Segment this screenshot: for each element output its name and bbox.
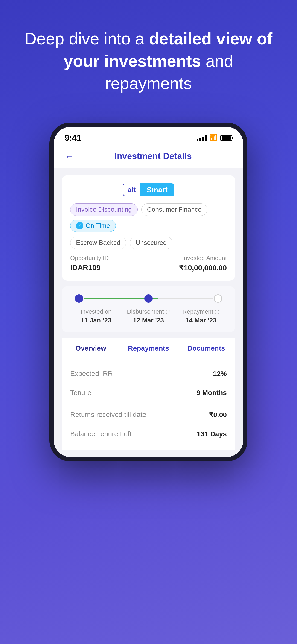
tags-row-1: Invoice Discounting Consumer Finance ✓ O… (70, 204, 227, 232)
dot-repayment (214, 294, 222, 303)
headline: Deep dive into a detailed view of your i… (0, 28, 297, 95)
disbursement-label-text: Disbursement (127, 308, 164, 315)
expected-irr-value: 12% (213, 370, 227, 378)
brand-smart: Smart (140, 183, 174, 196)
tab-documents-label: Documents (188, 344, 225, 352)
tab-overview-label: Overview (76, 344, 106, 352)
returns-value: ₹0.00 (209, 411, 227, 419)
brand-logo: alt Smart (70, 183, 227, 196)
tab-repayments-label: Repayments (128, 344, 169, 352)
tl-repayment: Repayment ⓘ 14 Mar '23 (175, 308, 227, 324)
tl-repayment-title: Repayment ⓘ (175, 308, 227, 315)
tl-disbursement-date: 12 Mar '23 (123, 317, 174, 324)
battery-fill (222, 136, 231, 140)
on-time-label: On Time (86, 222, 110, 230)
repayment-label-text: Repayment (182, 308, 213, 315)
time-display: 9:41 (65, 133, 81, 143)
status-bar: 9:41 📶 (54, 127, 243, 146)
tag-unsecured: Unsecured (130, 236, 172, 249)
tl-invested: Invested on 11 Jan '23 (70, 308, 122, 324)
nav-bar: ← Investment Details (54, 146, 243, 168)
row-expected-irr: Expected IRR 12% (70, 364, 227, 383)
investment-info: Opportunity ID IDAR109 Invested Amount ₹… (70, 254, 227, 272)
repayment-info-icon: ⓘ (215, 310, 220, 315)
tag-consumer-finance: Consumer Finance (141, 204, 208, 216)
row-tenure: Tenure 9 Months (70, 383, 227, 402)
tag-invoice-discounting: Invoice Discounting (70, 204, 138, 216)
tenure-label: Tenure (70, 389, 92, 397)
timeline-card: Invested on 11 Jan '23 Disbursement ⓘ 12… (62, 286, 235, 332)
bar3 (202, 136, 204, 141)
invested-amount-block: Invested Amount ₹10,00,000.00 (179, 254, 227, 272)
tl-invested-date: 11 Jan '23 (70, 317, 122, 324)
status-icons: 📶 (196, 134, 232, 142)
bar1 (196, 139, 198, 141)
balance-value: 131 Days (197, 430, 227, 438)
opportunity-id-label: Opportunity ID (70, 254, 109, 262)
tl-disbursement-title: Disbursement ⓘ (123, 308, 174, 315)
timeline-labels: Invested on 11 Jan '23 Disbursement ⓘ 12… (70, 308, 227, 324)
tags-row-2: Escrow Backed Unsecured (70, 236, 227, 249)
row-balance: Balance Tenure Left 131 Days (70, 424, 227, 444)
opportunity-id-value: IDAR109 (70, 264, 100, 272)
tabs-row: Overview Repayments Documents (62, 338, 235, 357)
phone-wrapper: 9:41 📶 ← Investment Details (50, 122, 248, 461)
opportunity-id-block: Opportunity ID IDAR109 (70, 254, 109, 272)
signal-icon (196, 135, 207, 141)
back-button[interactable]: ← (65, 151, 74, 162)
bar2 (200, 138, 201, 141)
expected-irr-label: Expected IRR (70, 370, 113, 378)
overview-content: Expected IRR 12% Tenure 9 Months Returns… (62, 357, 235, 450)
dot-disbursement (144, 294, 153, 303)
tl-invested-title: Invested on (70, 308, 122, 315)
bar4 (205, 135, 207, 141)
tab-overview[interactable]: Overview (62, 338, 120, 357)
dot-invested (75, 294, 83, 303)
nav-title: Investment Details (74, 151, 232, 161)
tenure-value: 9 Months (196, 389, 227, 397)
row-returns: Returns received till date ₹0.00 (70, 402, 227, 424)
invested-amount-label: Invested Amount (179, 254, 227, 262)
tag-escrow-backed: Escrow Backed (70, 236, 126, 249)
tab-documents[interactable]: Documents (177, 338, 235, 357)
battery-icon (220, 135, 232, 141)
returns-label: Returns received till date (70, 411, 146, 418)
check-icon: ✓ (76, 222, 83, 230)
content-area: alt Smart Invoice Discounting Consumer F… (54, 168, 243, 457)
balance-label: Balance Tenure Left (70, 430, 132, 438)
tag-on-time: ✓ On Time (70, 220, 116, 232)
tl-disbursement: Disbursement ⓘ 12 Mar '23 (123, 308, 174, 324)
disbursement-info-icon: ⓘ (166, 310, 170, 315)
tab-repayments[interactable]: Repayments (120, 338, 178, 357)
tl-repayment-date: 14 Mar '23 (175, 317, 227, 324)
phone-screen: 9:41 📶 ← Investment Details (54, 127, 243, 457)
invested-amount-value: ₹10,00,000.00 (179, 264, 227, 272)
timeline-track (70, 294, 227, 303)
wifi-icon: 📶 (210, 134, 218, 142)
headline-text1: Deep dive into a (25, 30, 149, 48)
brand-alt: alt (123, 184, 140, 196)
investment-card: alt Smart Invoice Discounting Consumer F… (62, 175, 235, 280)
